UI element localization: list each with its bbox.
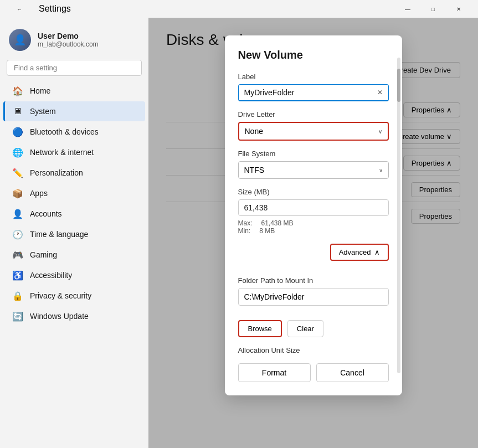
back-icon: ← [17, 6, 22, 12]
search-input[interactable] [7, 60, 142, 76]
sidebar-item-home[interactable]: 🏠 Home [3, 81, 145, 101]
sidebar-item-time[interactable]: 🕐 Time & language [3, 224, 145, 244]
user-section: 👤 User Demo m_lab@outlook.com [0, 22, 148, 60]
advanced-chevron-icon: ∧ [374, 248, 380, 256]
sidebar-item-label: Accounts [30, 209, 62, 218]
close-button[interactable]: ✕ [446, 0, 471, 18]
allocation-unit-label: Allocation Unit Size [238, 346, 389, 354]
size-hints: Max: 61,438 MB Min: 8 MB [238, 219, 389, 235]
min-value: 8 MB [259, 227, 275, 235]
drive-letter-select[interactable]: None ∨ [238, 122, 389, 141]
close-icon: ✕ [456, 6, 461, 12]
sidebar-item-windows-update[interactable]: 🔄 Windows Update [3, 306, 145, 326]
bluetooth-icon: 🔵 [12, 126, 23, 137]
main-content: Disks & volumes Create Dev Drive Propert… [148, 18, 478, 448]
accessibility-icon: ♿ [12, 270, 23, 281]
user-email: m_lab@outlook.com [38, 40, 99, 48]
browse-button[interactable]: Browse [238, 320, 282, 337]
modal-footer: Format Cancel [238, 363, 389, 382]
app-title: Settings [39, 4, 71, 14]
sidebar-item-gaming[interactable]: 🎮 Gaming [3, 245, 145, 265]
maximize-icon: □ [431, 6, 435, 12]
sidebar-item-label: Home [30, 86, 50, 95]
sidebar-item-label: Gaming [30, 250, 57, 259]
file-system-value: NTFS [244, 166, 265, 174]
size-field-label: Size (MB) [238, 188, 389, 196]
label-input[interactable] [244, 88, 377, 97]
sidebar: 👤 User Demo m_lab@outlook.com 🏠 Home 🖥 S… [0, 18, 148, 448]
sidebar-item-label: Accessibility [30, 271, 72, 280]
minimize-button[interactable]: — [395, 0, 420, 18]
max-value: 61,438 MB [261, 219, 294, 227]
sidebar-item-label: Network & internet [30, 148, 94, 157]
modal-title: New Volume [238, 49, 389, 61]
sidebar-item-network[interactable]: 🌐 Network & internet [3, 142, 145, 162]
windows-update-icon: 🔄 [12, 311, 23, 322]
sidebar-nav: 🏠 Home 🖥 System 🔵 Bluetooth & devices 🌐 … [0, 81, 148, 326]
scrollbar-thumb [397, 69, 400, 102]
file-system-select[interactable]: NTFS ∨ [238, 161, 389, 179]
system-icon: 🖥 [12, 106, 23, 117]
back-button[interactable]: ← [7, 0, 32, 18]
drive-letter-chevron: ∨ [378, 128, 382, 135]
user-name: User Demo [38, 32, 99, 40]
title-bar: ← Settings — □ ✕ [0, 0, 478, 18]
sidebar-item-label: Bluetooth & devices [30, 127, 99, 136]
browse-clear-row: Browse Clear [238, 320, 389, 337]
sidebar-item-accessibility[interactable]: ♿ Accessibility [3, 265, 145, 285]
drive-letter-label: Drive Letter [238, 110, 389, 119]
personalization-icon: ✏️ [12, 167, 23, 178]
sidebar-item-label: Privacy & security [30, 291, 91, 300]
sidebar-item-label: System [30, 107, 56, 116]
privacy-icon: 🔒 [12, 290, 23, 301]
file-system-field-group: File System NTFS ∨ [238, 150, 389, 179]
sidebar-item-personalization[interactable]: ✏️ Personalization [3, 163, 145, 183]
drive-letter-value: None [245, 127, 263, 136]
sidebar-item-label: Time & language [30, 230, 88, 239]
sidebar-item-label: Apps [30, 189, 48, 198]
size-input[interactable] [244, 203, 383, 212]
sidebar-item-bluetooth[interactable]: 🔵 Bluetooth & devices [3, 122, 145, 142]
max-label: Max: [238, 219, 253, 227]
drive-letter-field-group: Drive Letter None ∨ [238, 110, 389, 141]
gaming-icon: 🎮 [12, 249, 23, 260]
sidebar-item-apps[interactable]: 📦 Apps [3, 183, 145, 203]
avatar: 👤 [9, 29, 31, 51]
sidebar-item-privacy[interactable]: 🔒 Privacy & security [3, 286, 145, 306]
maximize-button[interactable]: □ [420, 0, 446, 18]
network-icon: 🌐 [12, 147, 23, 158]
home-icon: 🏠 [12, 85, 23, 96]
apps-icon: 📦 [12, 188, 23, 199]
advanced-label: Advanced [339, 248, 371, 256]
size-input-row[interactable] [238, 199, 389, 216]
folder-path-field-group: Folder Path to Mount In [238, 276, 389, 311]
user-info: User Demo m_lab@outlook.com [38, 32, 99, 48]
new-volume-modal: New Volume Label ✕ Drive Letter None ∨ [225, 35, 402, 395]
format-button[interactable]: Format [238, 363, 311, 382]
label-field-group: Label ✕ [238, 73, 389, 101]
cancel-button[interactable]: Cancel [316, 363, 389, 382]
label-input-row[interactable]: ✕ [238, 84, 389, 101]
label-field-label: Label [238, 73, 389, 81]
app-body: 👤 User Demo m_lab@outlook.com 🏠 Home 🖥 S… [0, 18, 478, 448]
time-icon: 🕐 [12, 229, 23, 240]
modal-scrollbar[interactable] [397, 58, 400, 373]
file-system-chevron: ∨ [379, 167, 383, 173]
accounts-icon: 👤 [12, 208, 23, 219]
size-field-group: Size (MB) Max: 61,438 MB Min: 8 MB [238, 188, 389, 235]
file-system-label: File System [238, 150, 389, 158]
sidebar-item-system[interactable]: 🖥 System [3, 101, 145, 121]
min-label: Min: [238, 227, 251, 235]
minimize-icon: — [405, 6, 410, 12]
label-clear-icon[interactable]: ✕ [377, 89, 383, 96]
modal-overlay: New Volume Label ✕ Drive Letter None ∨ [148, 18, 478, 448]
sidebar-item-label: Windows Update [30, 312, 89, 321]
folder-path-label: Folder Path to Mount In [238, 276, 389, 285]
window-controls: — □ ✕ [395, 0, 471, 18]
sidebar-item-accounts[interactable]: 👤 Accounts [3, 204, 145, 224]
clear-button[interactable]: Clear [287, 320, 323, 337]
advanced-button[interactable]: Advanced ∧ [330, 244, 389, 261]
sidebar-item-label: Personalization [30, 168, 83, 177]
folder-path-input[interactable] [238, 288, 389, 306]
